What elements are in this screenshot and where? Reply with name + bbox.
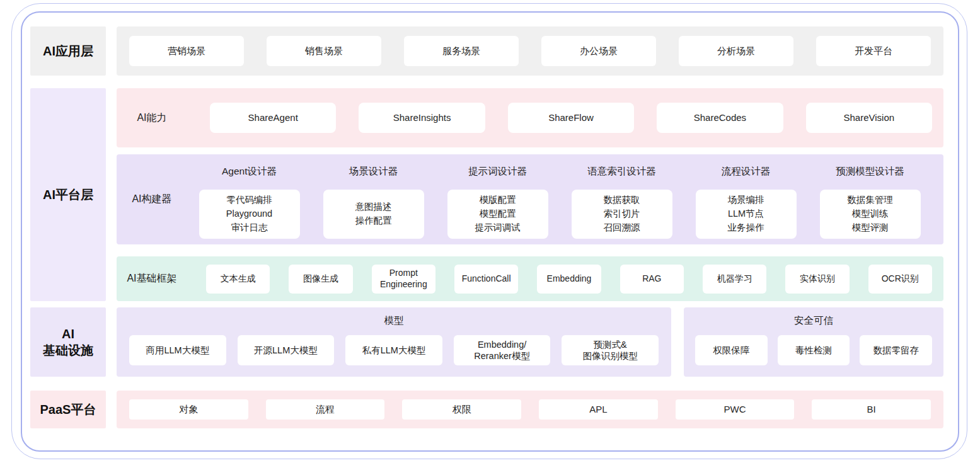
- capability-label: AI能力: [117, 111, 187, 125]
- builder-label: AI构建器: [117, 154, 187, 244]
- framework-item: 文本生成: [206, 265, 270, 294]
- framework-item: Embedding: [537, 265, 601, 294]
- layer-label-paas: PaaS平台: [30, 391, 106, 428]
- paas-row: 对象 流程 权限 APL PWC BI: [117, 391, 943, 428]
- builder-column-title: 预测模型设计器: [836, 164, 904, 178]
- infra-security-item: 数据零留存: [860, 335, 932, 365]
- infra-model-item: 私有LLM大模型: [345, 335, 442, 365]
- infra-security-items: 权限保障 毒性检测 数据零留存: [695, 335, 932, 365]
- app-scenario-item: 服务场景: [404, 36, 519, 66]
- layer-label-ai-infra: AI 基础设施: [30, 307, 106, 377]
- infra-model-item: 预测式& 图像识别模型: [562, 335, 659, 365]
- infra-model-items: 商用LLM大模型 开源LLM大模型 私有LLM大模型 Embedding/ Re…: [129, 335, 659, 365]
- builder-feature-box: 零代码编排 Playground 审计日志: [199, 190, 300, 239]
- framework-item: RAG: [620, 265, 684, 294]
- framework-item: OCR识别: [868, 265, 932, 294]
- builder-feature-box: 意图描述 操作配置: [323, 190, 424, 239]
- framework-item: 图像生成: [289, 265, 352, 294]
- infra-security-item: 权限保障: [695, 335, 768, 365]
- app-scenario-item: 营销场景: [129, 36, 244, 66]
- paas-item: APL: [539, 399, 658, 420]
- layer-label-ai-app: AI应用层: [30, 26, 106, 76]
- builder-column: 流程设计器 场景编排 LLM节点 业务操作: [684, 154, 808, 244]
- capability-item: ShareAgent: [210, 103, 336, 133]
- builder-feature-box: 数据集管理 模型训练 模型评测: [820, 190, 921, 239]
- builder-row: AI构建器 Agent设计器 零代码编排 Playground 审计日志 场景设…: [117, 154, 943, 244]
- framework-item: Prompt Engineering: [372, 265, 435, 294]
- infra-model-item: 开源LLM大模型: [238, 335, 335, 365]
- infra-security-item: 毒性检测: [778, 335, 850, 365]
- builder-column: 提示词设计器 模版配置 模型配置 提示词调试: [435, 154, 560, 244]
- infra-model-item: 商用LLM大模型: [129, 335, 226, 365]
- infra-model-item: Embedding/ Reranker模型: [454, 335, 551, 365]
- builder-column-title: 场景设计器: [349, 164, 398, 178]
- paas-item: PWC: [676, 399, 795, 420]
- paas-item: BI: [812, 399, 931, 420]
- app-scenario-item: 办公场景: [541, 36, 656, 66]
- paas-item: 权限: [402, 399, 521, 420]
- framework-row: AI基础框架 文本生成 图像生成 Prompt Engineering Func…: [117, 256, 943, 301]
- builder-column: 语意索引设计器 数据获取 索引切片 召回溯源: [560, 154, 684, 244]
- paas-item: 对象: [129, 399, 248, 420]
- app-layer-row: 营销场景 销售场景 服务场景 办公场景 分析场景 开发平台: [117, 26, 943, 76]
- layer-label-ai-platform: AI平台层: [30, 88, 106, 301]
- app-scenario-item: 分析场景: [679, 36, 793, 66]
- infra-security-title: 安全可信: [695, 314, 932, 328]
- builder-column-title: 提示词设计器: [468, 164, 527, 178]
- paas-item: 流程: [266, 399, 385, 420]
- infra-security-panel: 安全可信 权限保障 毒性检测 数据零留存: [684, 307, 943, 377]
- capability-item: ShareCodes: [657, 103, 783, 133]
- framework-item: 实体识别: [785, 265, 849, 294]
- app-scenario-item: 开发平台: [816, 36, 931, 66]
- capability-item: ShareInsights: [359, 103, 485, 133]
- builder-feature-box: 场景编排 LLM节点 业务操作: [696, 190, 797, 239]
- builder-column: 预测模型设计器 数据集管理 模型训练 模型评测: [808, 154, 932, 244]
- infra-model-panel: 模型 商用LLM大模型 开源LLM大模型 私有LLM大模型 Embedding/…: [117, 307, 671, 377]
- capability-item: ShareVision: [806, 103, 932, 133]
- app-scenario-item: 销售场景: [267, 36, 381, 66]
- builder-column-title: Agent设计器: [222, 164, 277, 178]
- builder-column-title: 语意索引设计器: [587, 164, 656, 178]
- capability-row: AI能力 ShareAgent ShareInsights ShareFlow …: [117, 88, 943, 147]
- infra-model-title: 模型: [129, 314, 659, 328]
- framework-item: 机器学习: [703, 265, 766, 294]
- builder-column-title: 流程设计器: [722, 164, 771, 178]
- framework-item: FunctionCall: [454, 265, 518, 294]
- builder-feature-box: 数据获取 索引切片 召回溯源: [572, 190, 672, 239]
- framework-label: AI基础框架: [117, 272, 187, 285]
- builder-feature-box: 模版配置 模型配置 提示词调试: [447, 190, 548, 239]
- builder-column: 场景设计器 意图描述 操作配置: [311, 154, 435, 244]
- builder-column: Agent设计器 零代码编排 Playground 审计日志: [187, 154, 311, 244]
- capability-item: ShareFlow: [508, 103, 634, 133]
